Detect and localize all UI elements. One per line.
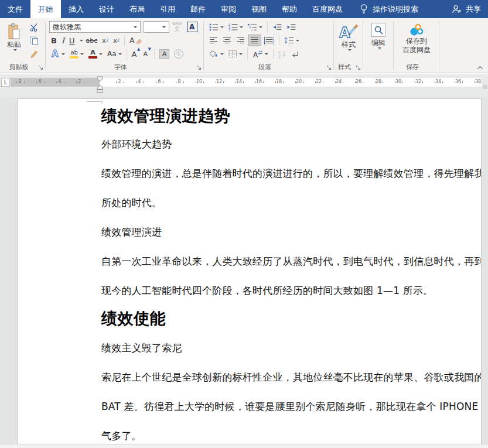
shrink-font-button[interactable]: A▼ [141, 48, 151, 60]
phonetic-guide-button[interactable]: wén文 [170, 21, 184, 33]
doc-line[interactable]: 绩效管理演进 [101, 225, 162, 239]
asian-layout-button[interactable]: A [251, 48, 270, 60]
highlight-color-button[interactable]: ab [68, 48, 86, 60]
bold-button[interactable]: B [49, 35, 59, 46]
italic-button[interactable]: I [60, 35, 66, 46]
font-size-combobox[interactable] [144, 21, 169, 33]
tab-help[interactable]: 帮助 [274, 0, 305, 18]
enclose-characters-button[interactable]: 字 [172, 48, 185, 60]
doc-line[interactable]: 现今的人工智能时代四个阶段，各时代所经历的时间大致如图 1—1 所示。 [101, 284, 433, 297]
share-button[interactable]: 共享 [452, 0, 488, 18]
clear-formatting-button[interactable]: A [128, 35, 143, 46]
superscript-button[interactable]: x2 [111, 35, 121, 46]
ruler-number: 16 [256, 79, 262, 84]
tab-stop-selector[interactable]: L [1, 78, 10, 87]
ruler-tick [462, 81, 463, 83]
doc-line[interactable]: 索尼在上个世纪是全球创新的标杆性企业，其地位丝毫不比现在的苹果、谷歌或我国的 [101, 371, 482, 384]
tab-home[interactable]: 开始 [30, 0, 61, 18]
tab-mailings[interactable]: 邮件 [183, 0, 213, 18]
tab-references[interactable]: 引用 [152, 0, 183, 18]
ruler-tick [56, 81, 57, 83]
ruler-bar[interactable]: 86422468101214161820222426283032343638 [11, 78, 482, 87]
increase-indent-button[interactable] [285, 21, 298, 33]
borders-button[interactable] [227, 48, 244, 60]
ruler-tick [402, 81, 403, 83]
font-name-value: 微软雅黑 [53, 22, 81, 32]
indent-markers[interactable] [95, 76, 105, 93]
tab-layout[interactable]: 布局 [122, 0, 152, 18]
character-shading-button[interactable]: A [158, 48, 171, 60]
doc-line[interactable]: 所处的时代。 [101, 196, 162, 210]
distributed-button[interactable] [262, 35, 276, 46]
paste-button[interactable]: 粘贴 [2, 19, 26, 51]
tab-insert[interactable]: 插入 [61, 0, 91, 18]
ruler-number: 12 [216, 79, 222, 84]
eraser-icon [135, 37, 142, 44]
ruler-tick [116, 81, 117, 83]
doc-line[interactable]: 外部环境大趋势 [101, 138, 172, 151]
ruler-tick [343, 81, 343, 83]
doc-line[interactable]: BAT 差。彷徨君上大学的时候，谁要是腰里别个索尼随身听，那比现在拿个 IPHO… [101, 400, 482, 413]
numbering-button[interactable]: 123 [227, 21, 245, 33]
bullets-button[interactable] [207, 21, 226, 33]
editing-button[interactable]: 编辑 [367, 19, 390, 49]
cut-button[interactable] [28, 21, 40, 33]
strikethrough-button[interactable]: abc [84, 35, 100, 46]
tab-baidu-netdisk[interactable]: 百度网盘 [305, 0, 350, 18]
underline-caret[interactable] [80, 40, 83, 42]
ruler-tick [415, 81, 415, 83]
ruler-tick [196, 81, 196, 83]
clipboard-dialog-launcher[interactable] [38, 65, 43, 70]
doc-line[interactable]: 绩效主义毁了索尼 [101, 341, 182, 355]
font-group: 微软雅黑 wén文 A B I U abc x2 x2 A [46, 18, 204, 73]
paragraph-dialog-launcher[interactable] [326, 65, 332, 70]
save-to-baidu-button[interactable]: 保存到 百度网盘 [399, 19, 434, 54]
tab-review[interactable]: 审阅 [213, 0, 244, 18]
ruler-number: 36 [455, 79, 461, 84]
font-color-button[interactable]: A [87, 48, 104, 60]
justify-button[interactable] [248, 35, 261, 46]
doc-line[interactable]: 气多了。 [101, 429, 142, 443]
editing-group: 编辑 [363, 18, 394, 73]
doc-line[interactable]: 绩效使能 [101, 308, 166, 329]
styles-button[interactable]: A 样式 [337, 19, 360, 51]
tell-me-search[interactable]: 操作说明搜索 [360, 0, 418, 18]
decrease-indent-button[interactable] [271, 21, 284, 33]
document-page[interactable]: 绩效管理演进趋势外部环境大趋势绩效管理的演进，总是伴随着时代的演进进行的，所以，… [18, 98, 482, 448]
subscript-button[interactable]: x2 [100, 35, 110, 46]
doc-line[interactable]: 绩效管理的演进，总是伴随着时代的演进进行的，所以，要理解绩效管理，得先理解我 [101, 167, 482, 180]
styles-dialog-launcher[interactable] [356, 65, 361, 70]
doc-line[interactable]: 绩效管理演进趋势 [101, 105, 230, 126]
multilevel-list-button[interactable] [246, 21, 264, 33]
ruler-tick [76, 81, 77, 83]
clipboard-group: 粘贴 剪贴板 [0, 18, 46, 73]
tab-file[interactable]: 文件 [0, 0, 30, 18]
underline-button[interactable]: U [67, 35, 77, 46]
ruler-tick [183, 81, 184, 83]
change-case-button[interactable]: Aa [105, 48, 124, 60]
font-dialog-launcher[interactable] [196, 65, 202, 70]
lightbulb-icon [360, 4, 368, 15]
collapse-ribbon-button[interactable] [477, 66, 483, 70]
tab-design[interactable]: 设计 [91, 0, 122, 18]
align-right-button[interactable] [234, 35, 247, 46]
ruler-number: 6 [38, 79, 41, 84]
grow-font-button[interactable]: A▲ [130, 48, 141, 60]
show-hide-marks-button[interactable] [289, 48, 301, 60]
tab-view[interactable]: 视图 [244, 0, 274, 18]
doc-line[interactable]: 自第一次工业革命以来，人类大致经历了从蒸汽时代，到电气时代，到信息时代，再到 [101, 255, 482, 268]
align-left-button[interactable] [207, 35, 220, 46]
sort-button[interactable]: AZ [277, 48, 288, 60]
ruler-tick [455, 81, 455, 83]
copy-button[interactable] [28, 35, 40, 46]
character-border-button[interactable]: A [185, 21, 199, 33]
text-effects-button[interactable]: A [49, 48, 67, 60]
line-spacing-button[interactable] [282, 35, 301, 46]
format-painter-button[interactable] [28, 48, 40, 60]
align-center-button[interactable] [221, 35, 233, 46]
ruler-tick [315, 81, 316, 83]
ruler-number: 18 [276, 79, 282, 84]
share-label: 共享 [466, 4, 481, 15]
font-name-combobox[interactable]: 微软雅黑 [49, 21, 141, 33]
shading-button[interactable] [207, 48, 226, 60]
